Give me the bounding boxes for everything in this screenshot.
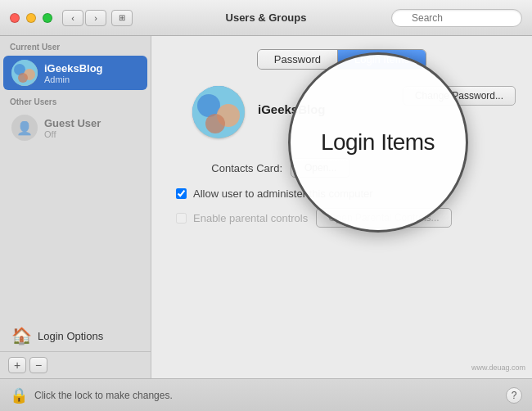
current-user-label: Current User	[0, 36, 151, 55]
svg-point-6	[197, 94, 220, 117]
sidebar-item-guest[interactable]: 👤 Guest User Off	[3, 111, 147, 145]
watermark: www.deuag.com	[471, 364, 525, 372]
sidebar: Current User iGeeksBlog Admin	[0, 36, 151, 378]
user-avatar-large	[192, 86, 245, 138]
search-input[interactable]	[391, 9, 522, 27]
login-options-icon: 🏠	[11, 326, 31, 346]
guest-avatar: 👤	[11, 115, 38, 141]
help-button[interactable]: ?	[506, 387, 522, 404]
login-items-text: Login Items	[321, 129, 435, 156]
content-area: Password Login Items iGeeksBlog Change P…	[151, 36, 532, 378]
back-button[interactable]: ‹	[62, 10, 83, 26]
lock-icon[interactable]: 🔒	[10, 386, 28, 404]
lock-text: Click the lock to make changes.	[34, 390, 173, 401]
grid-button[interactable]: ⊞	[111, 10, 133, 26]
svg-point-4	[18, 73, 28, 83]
add-user-button[interactable]: +	[8, 357, 26, 373]
current-user-name: iGeeksBlog	[44, 62, 103, 75]
guest-name: Guest User	[44, 117, 101, 129]
forward-button[interactable]: ›	[85, 10, 106, 26]
login-items-overlay: Login Items	[288, 52, 468, 233]
close-button[interactable]	[10, 13, 20, 23]
guest-info: Guest User Off	[44, 117, 101, 139]
contacts-card-label: Contacts Card:	[168, 162, 282, 174]
title-bar: ‹ › ⊞ Users & Groups 🔍	[0, 0, 532, 36]
current-user-avatar	[11, 60, 38, 86]
current-user-role: Admin	[44, 75, 103, 84]
tab-password[interactable]: Password	[258, 50, 338, 69]
admin-checkbox[interactable]	[176, 188, 187, 199]
traffic-lights	[10, 13, 52, 23]
parental-checkbox[interactable]	[176, 213, 187, 224]
parental-checkbox-label: Enable parental controls	[193, 212, 308, 224]
current-user-info: iGeeksBlog Admin	[44, 62, 103, 84]
login-options-label: Login Options	[38, 330, 103, 342]
guest-status: Off	[44, 129, 101, 139]
other-users-label: Other Users	[0, 91, 151, 110]
login-options-item[interactable]: 🏠 Login Options	[3, 321, 147, 350]
minimize-button[interactable]	[26, 13, 36, 23]
bottom-bar: 🔒 Click the lock to make changes. ?	[0, 378, 532, 411]
window-title: Users & Groups	[226, 11, 307, 24]
remove-user-button[interactable]: −	[29, 357, 47, 373]
nav-arrows: ‹ ›	[62, 10, 106, 26]
maximize-button[interactable]	[43, 13, 52, 23]
svg-point-8	[205, 114, 225, 133]
sidebar-actions: + −	[0, 351, 151, 378]
sidebar-item-current-user[interactable]: iGeeksBlog Admin	[3, 56, 147, 90]
main-area: Current User iGeeksBlog Admin	[0, 36, 532, 378]
